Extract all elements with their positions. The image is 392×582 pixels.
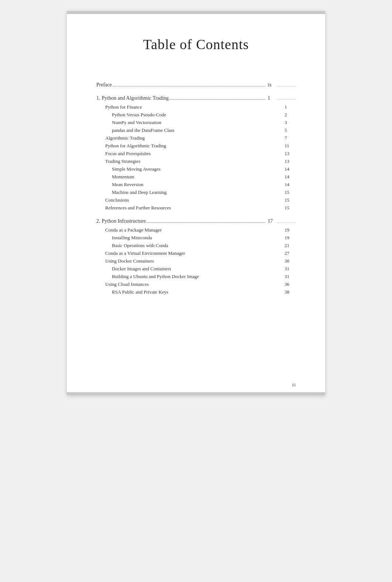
section-page: 15 (285, 197, 296, 203)
subsubsection-label: Python Versus Pseudo-Code (96, 112, 166, 118)
section-page: 1 (285, 104, 296, 110)
subsubsection-label: Simple Moving Averages (96, 166, 161, 172)
section-page: 21 (285, 243, 296, 249)
section-page: 15 (285, 205, 296, 211)
top-bar (67, 11, 325, 14)
chapter-dots (169, 99, 265, 100)
chapter-label: Python and Algorithmic Trading (102, 95, 169, 101)
chapter-num: 1. (96, 95, 100, 101)
section-page: 3 (285, 120, 296, 126)
subsubsection-label: Basic Operations with Conda (96, 243, 168, 249)
subsection-label: Focus and Prerequisites (96, 151, 151, 157)
section-page: 2 (285, 112, 296, 118)
chapter-dots (147, 222, 265, 223)
section-row-1-5: Algorithmic Trading 7 (96, 135, 296, 141)
section-page: 13 (285, 158, 296, 164)
subsection-label: Python for Algorithmic Trading (96, 143, 166, 149)
subsection-label: Conda as a Virtual Environment Manager (96, 250, 185, 256)
section-row-2-7: Building a Ubuntu and Python Docker Imag… (96, 274, 296, 280)
subsection-label: Trading Strategies (96, 158, 140, 164)
section-page: 31 (285, 274, 296, 280)
section-page: 7 (285, 135, 296, 141)
section-page: 19 (285, 227, 296, 233)
chapter-page: 17 (266, 218, 277, 224)
section-page: 14 (285, 174, 296, 180)
toc-preface-section: Preface ix (96, 82, 296, 88)
section-row-2-9: RSA Public and Private Keys 38 (96, 289, 296, 295)
subsubsection-label: RSA Public and Private Keys (96, 289, 168, 295)
chapter-label: Python Infrastructure (102, 218, 146, 224)
chapter-trailing-dots (277, 222, 296, 223)
chapter-2-row: 2. Python Infrastructure 17 (96, 218, 296, 224)
section-row-1-1: Python for Finance 1 (96, 104, 296, 110)
subsubsection-label: NumPy and Vectorization (96, 120, 161, 126)
subsubsection-label: pandas and the DataFrame Class (96, 127, 175, 133)
section-row-2-6: Docker Images and Containers 31 (96, 266, 296, 272)
subsubsection-label: Machine and Deep Learning (96, 189, 166, 195)
chapter-1-row: 1. Python and Algorithmic Trading 1 (96, 95, 296, 101)
bottom-bar (67, 392, 325, 395)
page-title: Table of Contents (96, 36, 296, 52)
subsubsection-label: Momentum (96, 174, 134, 180)
section-page: 13 (285, 151, 296, 157)
page-content: Table of Contents Preface ix 1. Python a… (67, 14, 325, 325)
preface-dots (113, 86, 265, 86)
preface-page: ix (266, 82, 277, 88)
page: Table of Contents Preface ix 1. Python a… (67, 11, 325, 395)
subsubsection-label: Mean Reversion (96, 182, 144, 188)
section-row-1-9: Simple Moving Averages 14 (96, 166, 296, 172)
chapter-trailing-dots (277, 99, 296, 100)
subsection-label: Using Cloud Instances (96, 281, 149, 287)
section-page: 31 (285, 266, 296, 272)
section-row-1-4: pandas and the DataFrame Class 5 (96, 127, 296, 133)
toc-chapters: 1. Python and Algorithmic Trading 1 Pyth… (96, 95, 296, 295)
section-row-1-8: Trading Strategies 13 (96, 158, 296, 164)
section-row-1-10: Momentum 14 (96, 174, 296, 180)
section-page: 38 (285, 289, 296, 295)
section-row-1-11: Mean Reversion 14 (96, 182, 296, 188)
subsubsection-label: Installing Miniconda (96, 235, 152, 241)
section-row-2-3: Basic Operations with Conda 21 (96, 243, 296, 249)
section-row-2-2: Installing Miniconda 19 (96, 235, 296, 241)
section-row-2-5: Using Docker Containers 30 (96, 258, 296, 264)
subsection-label: Conclusions (96, 197, 129, 203)
section-row-1-7: Focus and Prerequisites 13 (96, 151, 296, 157)
section-row-1-3: NumPy and Vectorization 3 (96, 120, 296, 126)
chapter-2-block: 2. Python Infrastructure 17 Conda as a P… (96, 218, 296, 295)
subsection-label: Python for Finance (96, 104, 142, 110)
section-page: 11 (285, 143, 296, 149)
section-row-1-2: Python Versus Pseudo-Code 2 (96, 112, 296, 118)
section-row-1-6: Python for Algorithmic Trading 11 (96, 143, 296, 149)
chapter-page: 1 (266, 95, 277, 101)
preface-row: Preface ix (96, 82, 296, 88)
subsubsection-label: Docker Images and Containers (96, 266, 171, 272)
chapter-1-block: 1. Python and Algorithmic Trading 1 Pyth… (96, 95, 296, 211)
subsubsection-label: Building a Ubuntu and Python Docker Imag… (96, 274, 199, 280)
subsection-label: References and Further Resources (96, 205, 171, 211)
section-page: 27 (285, 250, 296, 256)
section-row-2-8: Using Cloud Instances 36 (96, 281, 296, 287)
section-page: 19 (285, 235, 296, 241)
subsection-label: Conda as a Package Manager (96, 227, 162, 233)
section-row-2-4: Conda as a Virtual Environment Manager 2… (96, 250, 296, 256)
preface-label: Preface (96, 82, 112, 88)
section-page: 30 (285, 258, 296, 264)
section-row-2-1: Conda as a Package Manager 19 (96, 227, 296, 233)
section-row-1-13: Conclusions 15 (96, 197, 296, 203)
section-row-1-12: Machine and Deep Learning 15 (96, 189, 296, 195)
chapter-num: 2. (96, 218, 100, 224)
section-page: 15 (285, 189, 296, 195)
subsection-label: Algorithmic Trading (96, 135, 145, 141)
section-page: 36 (285, 281, 296, 287)
subsection-label: Using Docker Containers (96, 258, 154, 264)
page-number: iii (292, 382, 296, 388)
section-page: 5 (285, 127, 296, 133)
section-page: 14 (285, 182, 296, 188)
preface-trailing-dots (277, 86, 296, 86)
section-page: 14 (285, 166, 296, 172)
section-row-1-14: References and Further Resources 15 (96, 205, 296, 211)
